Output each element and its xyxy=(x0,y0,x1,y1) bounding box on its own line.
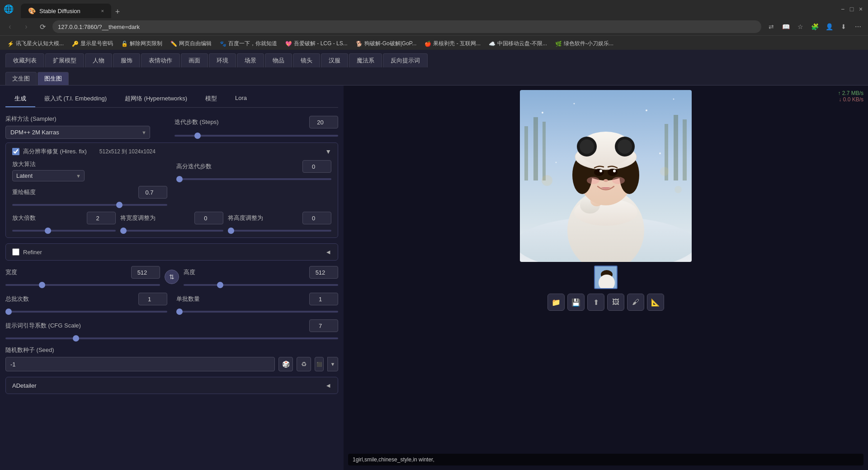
top-nav-tab-1[interactable]: 扩展模型 xyxy=(45,53,84,67)
cfg-input[interactable] xyxy=(309,319,338,332)
hires-checkbox[interactable] xyxy=(12,148,19,155)
browser-chrome: 🌐 🎨 Stable Diffusion × + − □ × ‹ › ⟳ ⇄ 📖… xyxy=(0,0,868,50)
batch-size-slider[interactable] xyxy=(176,311,338,313)
upload-button[interactable]: ⬆ xyxy=(587,294,604,311)
downloads-button[interactable]: ⬇ xyxy=(837,20,850,33)
height-adjust-input[interactable] xyxy=(302,212,331,224)
seed-color-button[interactable]: ⬛ xyxy=(315,357,324,371)
bookmark-item-8[interactable]: ☁️中国移动云盘-不限... xyxy=(485,38,551,49)
batch-size-input[interactable] xyxy=(309,293,338,305)
gen-tab-3[interactable]: 模型 xyxy=(196,91,226,107)
refiner-collapse-button[interactable]: ◄ xyxy=(325,248,331,256)
thumbnail-1[interactable] xyxy=(594,266,618,289)
top-nav-tab-9[interactable]: 镜头 xyxy=(293,53,320,67)
top-nav-tab-0[interactable]: 收藏列表 xyxy=(5,53,44,67)
minimize-button[interactable]: − xyxy=(839,5,846,13)
bookmark-item-5[interactable]: 💖吾爱破解 - LCG - LS... xyxy=(282,38,351,49)
folder-button[interactable]: 📁 xyxy=(547,294,565,311)
sampler-label: 采样方法 (Sampler) xyxy=(5,115,169,123)
forward-button[interactable]: › xyxy=(20,20,33,33)
save-button[interactable]: 💾 xyxy=(567,294,585,311)
top-nav-tab-4[interactable]: 表情动作 xyxy=(141,53,180,67)
height-adjust-slider[interactable] xyxy=(228,230,331,232)
top-nav-tab2-0[interactable]: 文生图 xyxy=(5,72,37,85)
window-close-button[interactable]: × xyxy=(857,5,864,13)
image-toolbar: 📁 💾 ⬆ 🖼 🖌 📐 xyxy=(547,294,664,311)
hires-steps-input[interactable] xyxy=(302,160,331,173)
denoising-group: 重绘幅度 xyxy=(12,186,167,207)
bookmark-item-7[interactable]: 🍎果核剥壳 - 互联网... xyxy=(421,38,484,49)
denoising-label: 重绘幅度 xyxy=(12,188,36,196)
width-adjust-slider[interactable] xyxy=(120,230,224,232)
tab-close-button[interactable]: × xyxy=(101,8,104,14)
hires-collapse-button[interactable]: ▼ xyxy=(325,148,331,155)
top-nav-tab-6[interactable]: 环境 xyxy=(209,53,236,67)
top-nav-tab-3[interactable]: 服饰 xyxy=(113,53,140,67)
profile-button[interactable]: 👤 xyxy=(823,20,835,33)
latent-select[interactable]: Latent xyxy=(12,170,85,181)
sampler-group: 采样方法 (Sampler) DPM++ 2M Karras Euler a E… xyxy=(5,115,169,139)
gen-tab-0[interactable]: 生成 xyxy=(5,91,35,107)
translate-button[interactable]: ⇄ xyxy=(765,20,778,33)
height-slider[interactable] xyxy=(184,284,338,286)
bookmark-item-9[interactable]: 🌿绿色软件-小刀娱乐... xyxy=(552,38,617,49)
steps-input[interactable] xyxy=(309,116,338,128)
batch-count-slider[interactable] xyxy=(5,311,167,313)
gen-tab-1[interactable]: 嵌入式 (T.I. Embedding) xyxy=(35,91,116,107)
new-tab-button[interactable]: + xyxy=(111,5,124,18)
bookmark-item-3[interactable]: ✏️网页自由编辑 xyxy=(167,38,215,49)
refiner-checkbox[interactable] xyxy=(12,248,19,256)
active-tab[interactable]: 🎨 Stable Diffusion × xyxy=(21,4,111,18)
hires-steps-header: 高分迭代步数 xyxy=(176,160,331,173)
prompt-text: 1girl,smile,chinese_style,in winter, xyxy=(353,456,434,463)
width-adjust-input[interactable] xyxy=(194,212,223,224)
sampler-select[interactable]: DPM++ 2M Karras Euler a Euler DDIM xyxy=(5,126,150,139)
bookmark-item-1[interactable]: 🔑显示星号密码 xyxy=(68,38,117,49)
address-input[interactable] xyxy=(52,20,761,33)
top-nav-tab-10[interactable]: 汉服 xyxy=(321,53,348,67)
top-nav-tab-7[interactable]: 场景 xyxy=(237,53,264,67)
extensions-button[interactable]: 🧩 xyxy=(808,20,821,33)
image-display[interactable] xyxy=(520,90,692,262)
seed-extra-button[interactable]: ▼ xyxy=(327,357,338,371)
bookmark-item-0[interactable]: ⚡讯飞星火认知大模... xyxy=(4,38,67,49)
batch-count-input[interactable] xyxy=(138,293,167,305)
seed-input[interactable] xyxy=(5,357,275,371)
refresh-button[interactable]: ⟳ xyxy=(36,20,49,33)
top-nav-tab-12[interactable]: 反向提示词 xyxy=(383,53,428,67)
scale-slider[interactable] xyxy=(12,230,116,232)
height-adjust-group: 将高度调整为 xyxy=(228,212,331,233)
width-slider[interactable] xyxy=(5,284,160,286)
maximize-button[interactable]: □ xyxy=(848,5,855,13)
height-input[interactable] xyxy=(309,266,338,279)
adetailer-collapse-button[interactable]: ◄ xyxy=(325,382,331,389)
swap-dimensions-button[interactable]: ⇅ xyxy=(165,270,179,284)
denoising-slider[interactable] xyxy=(12,204,167,206)
steps-slider[interactable] xyxy=(175,135,338,137)
seed-dice-button[interactable]: 🎲 xyxy=(278,357,293,371)
gen-tab-2[interactable]: 超网络 (Hypernetworks) xyxy=(116,91,196,107)
brush-button[interactable]: 🖌 xyxy=(627,294,644,311)
bookmark-item-2[interactable]: 🔓解除网页限制 xyxy=(118,38,166,49)
more-button[interactable]: ⋯ xyxy=(852,20,864,33)
bookmark-item-4[interactable]: 🐾百度一下，你就知道 xyxy=(216,38,281,49)
scale-group: 放大倍数 xyxy=(12,212,116,233)
hires-steps-slider[interactable] xyxy=(176,178,331,180)
top-nav-tab-11[interactable]: 魔法系 xyxy=(349,53,382,67)
width-input[interactable] xyxy=(131,266,160,279)
gen-tab-4[interactable]: Lora xyxy=(226,91,256,107)
seed-recycle-button[interactable]: ♻ xyxy=(297,357,311,371)
denoising-input[interactable] xyxy=(138,186,167,199)
top-nav-tab-2[interactable]: 人物 xyxy=(85,53,112,67)
top-nav-tab2-1[interactable]: 图生图 xyxy=(38,72,69,85)
scale-input[interactable] xyxy=(87,212,116,224)
reader-button[interactable]: 📖 xyxy=(779,20,792,33)
back-button[interactable]: ‹ xyxy=(4,20,16,33)
bookmark-star-button[interactable]: ☆ xyxy=(794,20,807,33)
ruler-button[interactable]: 📐 xyxy=(647,294,664,311)
image-button[interactable]: 🖼 xyxy=(607,294,624,311)
top-nav-tab-8[interactable]: 物品 xyxy=(265,53,292,67)
cfg-slider[interactable] xyxy=(5,337,338,339)
top-nav-tab-5[interactable]: 画面 xyxy=(181,53,208,67)
bookmark-item-6[interactable]: 🐕狗破解-Go破解|GoP... xyxy=(352,38,420,49)
